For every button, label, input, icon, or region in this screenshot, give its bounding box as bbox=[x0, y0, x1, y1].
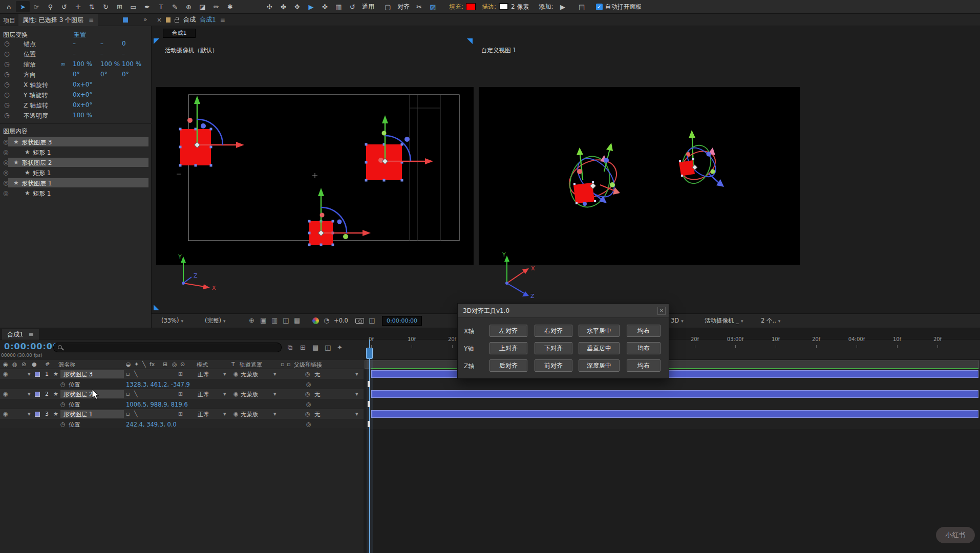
snap-scissors-icon[interactable]: ✂ bbox=[412, 1, 426, 12]
layer-list-empty[interactable] bbox=[0, 429, 364, 553]
eye-toggle-icon[interactable]: ◉ bbox=[3, 411, 8, 417]
align-left-button[interactable]: 左对齐 bbox=[489, 325, 527, 337]
parent-link-column-header[interactable]: 父级和链接 bbox=[294, 361, 322, 369]
right-view-canvas[interactable] bbox=[479, 87, 800, 265]
stopwatch-icon[interactable]: ◷ bbox=[4, 50, 9, 57]
property-value[interactable]: 100 % bbox=[73, 112, 92, 119]
property-value[interactable]: – bbox=[100, 40, 103, 47]
stopwatch-icon[interactable]: ◷ bbox=[60, 381, 66, 388]
property-value[interactable]: 0x+0° bbox=[73, 91, 92, 98]
distribute-y-button[interactable]: 均布 bbox=[627, 342, 661, 354]
add-label[interactable]: 添加: bbox=[539, 3, 553, 11]
pickwhip-icon[interactable]: ◎ bbox=[306, 401, 311, 408]
track-matte-select[interactable]: 无蒙版 bbox=[241, 391, 259, 398]
align-bottom-button[interactable]: 下对齐 bbox=[535, 342, 572, 354]
chevron-down-icon[interactable]: ▾ bbox=[273, 411, 276, 417]
center-depth-button[interactable]: 深度居中 bbox=[579, 359, 620, 372]
puppet-pin-tool[interactable]: ✱ bbox=[223, 1, 237, 12]
blend-mode-select[interactable]: 正常 bbox=[198, 411, 209, 418]
adjustment-switch-icon[interactable]: ◎ bbox=[172, 361, 177, 368]
fx-switch[interactable]: ╲ bbox=[134, 371, 138, 377]
workspace-icon[interactable]: ▨ bbox=[426, 1, 440, 12]
pickwhip-icon[interactable]: ◎ bbox=[306, 421, 311, 428]
eye-toggle-icon[interactable]: ◉ bbox=[3, 371, 8, 377]
orbit-camera-tool[interactable]: ↺ bbox=[57, 1, 71, 12]
stopwatch-icon[interactable]: ◷ bbox=[4, 81, 9, 88]
toggle-icon[interactable]: ◎ bbox=[3, 148, 8, 156]
layer-item[interactable]: ◎ ★ 形状图层 2 bbox=[0, 157, 152, 167]
play-icon[interactable]: ▶ bbox=[304, 1, 318, 12]
overflow-chevrons-icon[interactable]: » bbox=[143, 16, 147, 23]
work-area-bar[interactable] bbox=[365, 360, 979, 369]
property-value[interactable]: 0° bbox=[122, 71, 129, 78]
view-axis-mode-icon[interactable]: ✥ bbox=[290, 1, 304, 12]
pickwhip-icon[interactable]: ◎ bbox=[306, 381, 311, 388]
threed-switch[interactable]: ⊞ bbox=[178, 391, 183, 397]
layer-item[interactable]: ◎ ★ 形状图层 3 bbox=[0, 137, 152, 147]
motion-blur-master-icon[interactable]: ✦ bbox=[337, 344, 343, 351]
chevron-down-icon[interactable]: ▾ bbox=[223, 391, 226, 397]
threed-switch-icon[interactable]: ⊙ bbox=[180, 361, 185, 368]
property-value[interactable]: 0x+0° bbox=[73, 101, 92, 109]
quality-switch-icon[interactable]: ╲ bbox=[142, 361, 146, 368]
layer-color-chip[interactable] bbox=[35, 372, 40, 377]
selection-tool[interactable]: ➤ bbox=[16, 1, 30, 12]
shape-rect-a[interactable] bbox=[179, 128, 212, 167]
position-value[interactable]: 1006.5, 988.9, 819.6 bbox=[126, 401, 188, 408]
center-horizontal-button[interactable]: 水平居中 bbox=[579, 325, 620, 337]
frame-blend-icon[interactable]: ◫ bbox=[325, 344, 331, 351]
current-time-indicator[interactable] bbox=[369, 339, 370, 553]
blend-mode-select[interactable]: 正常 bbox=[198, 391, 209, 398]
timeline-comp-tab[interactable]: 合成1 ≡ bbox=[2, 329, 39, 339]
preserve-toggle-icon[interactable]: ◉ bbox=[233, 411, 239, 417]
track-matte-select[interactable]: 无蒙版 bbox=[241, 371, 259, 378]
quality-switch[interactable]: ▫ bbox=[126, 371, 130, 377]
parent-select[interactable]: 无 bbox=[314, 391, 321, 398]
stroke-width-value[interactable]: 2 像素 bbox=[511, 3, 529, 11]
twirl-icon[interactable]: ▾ bbox=[28, 411, 31, 417]
track-matte-column-header[interactable]: 轨道遮罩 bbox=[240, 361, 262, 369]
track-area[interactable] bbox=[364, 369, 980, 429]
chevron-down-icon[interactable]: ▾ bbox=[223, 411, 226, 417]
world-axis-mode-icon[interactable]: ✤ bbox=[276, 1, 290, 12]
grid-icon[interactable]: ▦ bbox=[332, 1, 346, 12]
tab-project[interactable]: 项目 bbox=[3, 16, 15, 25]
align-panel-title[interactable]: 3D对齐工具v1.0 bbox=[458, 304, 669, 318]
chevron-down-icon[interactable]: ▾ bbox=[355, 411, 358, 417]
twirl-icon[interactable]: ▾ bbox=[28, 371, 31, 377]
clone-stamp-tool[interactable]: ⊕ bbox=[182, 1, 196, 12]
stroke-color-swatch[interactable] bbox=[499, 3, 508, 10]
reset-view-icon[interactable]: ↺ bbox=[346, 1, 359, 12]
hand-tool[interactable]: ☞ bbox=[30, 1, 44, 12]
lock-column-icon[interactable]: ⊘ bbox=[22, 361, 26, 368]
pan-behind-tool[interactable]: ⊞ bbox=[113, 1, 126, 12]
lock-icon[interactable] bbox=[175, 19, 179, 23]
quality-switch[interactable]: ▫ bbox=[126, 391, 130, 397]
chevron-down-icon[interactable]: ▾ bbox=[223, 371, 226, 377]
snap-box-icon[interactable]: ▢ bbox=[381, 1, 395, 12]
audio-column-icon[interactable]: ◍ bbox=[12, 361, 17, 368]
toggle-icon[interactable]: ◎ bbox=[3, 169, 8, 176]
property-value[interactable]: 100 % bbox=[73, 60, 92, 68]
local-axis-mode-icon[interactable]: ✣ bbox=[263, 1, 276, 12]
toggle-icon[interactable]: ◎ bbox=[3, 138, 8, 145]
shape-tool[interactable]: ▭ bbox=[126, 1, 140, 12]
close-icon[interactable]: ✕ bbox=[657, 307, 666, 315]
center-vertical-button[interactable]: 垂直居中 bbox=[579, 342, 620, 354]
grid-guides-icon[interactable]: ▦ bbox=[294, 316, 300, 324]
snap-label[interactable]: 对齐 bbox=[397, 3, 410, 11]
eye-column-icon[interactable]: ◉ bbox=[3, 361, 8, 368]
property-value[interactable]: – bbox=[122, 50, 125, 57]
toggle-icon[interactable]: ◎ bbox=[3, 189, 8, 197]
track-matte-select[interactable]: 无蒙版 bbox=[241, 411, 259, 418]
stopwatch-icon[interactable]: ◷ bbox=[4, 101, 9, 109]
snapshot-camera-icon[interactable] bbox=[355, 318, 364, 324]
align-back-button[interactable]: 后对齐 bbox=[489, 359, 527, 372]
mode-column-header[interactable]: 模式 bbox=[197, 361, 208, 369]
toggle-icon[interactable]: ◎ bbox=[3, 179, 8, 186]
pickwhip-icon[interactable]: ◎ bbox=[305, 371, 310, 377]
brush-tool[interactable]: ✎ bbox=[168, 1, 182, 12]
eye-toggle-icon[interactable]: ◉ bbox=[3, 391, 8, 397]
time-ruler[interactable] bbox=[364, 339, 980, 360]
preserve-toggle-icon[interactable]: ◉ bbox=[233, 391, 239, 397]
